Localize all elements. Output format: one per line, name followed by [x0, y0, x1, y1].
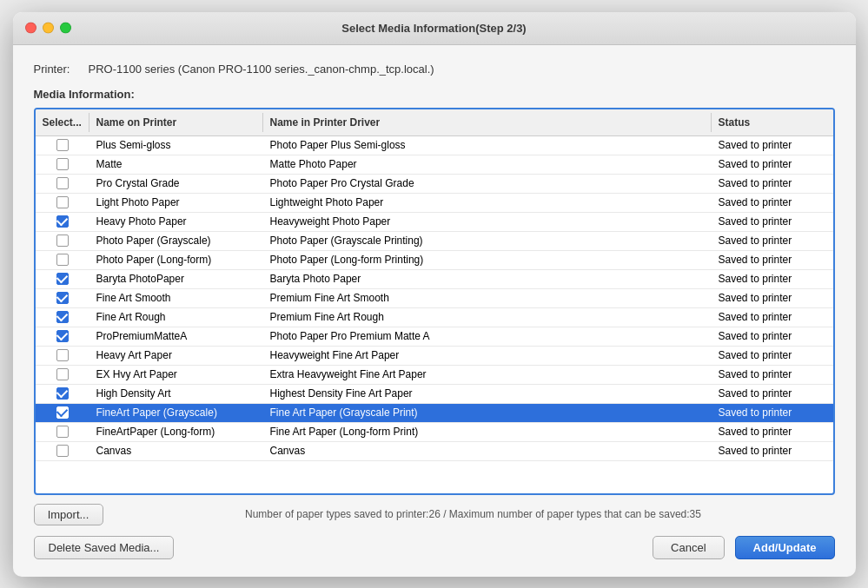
status-cell: Saved to printer	[712, 290, 833, 306]
row-checkbox[interactable]	[56, 292, 69, 304]
row-checkbox[interactable]	[56, 330, 69, 342]
name-in-driver-cell: Heavyweight Photo Paper	[263, 214, 712, 229]
button-group: Cancel Add/Update	[653, 536, 834, 559]
name-on-printer-cell: ProPremiumMatteA	[89, 328, 263, 344]
add-update-button[interactable]: Add/Update	[735, 536, 835, 559]
row-checkbox[interactable]	[56, 139, 69, 151]
cancel-button[interactable]: Cancel	[653, 536, 724, 559]
checkbox-cell	[36, 271, 89, 287]
checkbox-cell	[36, 214, 89, 229]
name-on-printer-cell: Light Photo Paper	[89, 195, 263, 210]
checkbox-cell	[36, 175, 89, 191]
name-on-printer-cell: Photo Paper (Grayscale)	[89, 233, 263, 248]
table-row[interactable]: Heavy Photo PaperHeavyweight Photo Paper…	[36, 213, 833, 232]
status-cell: Saved to printer	[712, 271, 833, 287]
status-cell: Saved to printer	[712, 405, 833, 420]
maximize-button[interactable]	[60, 23, 71, 34]
table-row[interactable]: Baryta PhotoPaperBaryta Photo PaperSaved…	[36, 270, 833, 289]
name-on-printer-cell: EX Hvy Art Paper	[89, 367, 263, 382]
row-checkbox[interactable]	[56, 196, 69, 208]
name-on-printer-cell: Plus Semi-gloss	[89, 137, 263, 153]
name-in-driver-cell: Extra Heavyweight Fine Art Paper	[263, 367, 712, 382]
status-cell: Saved to printer	[712, 386, 833, 401]
row-checkbox[interactable]	[56, 368, 69, 380]
table-row[interactable]: Heavy Art PaperHeavyweight Fine Art Pape…	[36, 347, 833, 366]
checkbox-cell	[36, 137, 89, 153]
row-checkbox[interactable]	[56, 445, 69, 457]
table-row[interactable]: Photo Paper (Long-form)Photo Paper (Long…	[36, 251, 833, 270]
row-checkbox[interactable]	[56, 426, 69, 438]
table-row[interactable]: High Density ArtHighest Density Fine Art…	[36, 385, 833, 404]
name-on-printer-cell: Heavy Photo Paper	[89, 214, 263, 229]
status-cell: Saved to printer	[712, 328, 833, 344]
name-on-printer-cell: High Density Art	[89, 386, 263, 401]
name-in-driver-cell: Canvas	[263, 443, 712, 459]
row-checkbox[interactable]	[56, 254, 69, 266]
row-checkbox[interactable]	[56, 349, 69, 361]
table-row[interactable]: Photo Paper (Grayscale)Photo Paper (Gray…	[36, 232, 833, 251]
name-on-printer-cell: Matte	[89, 156, 263, 172]
name-on-printer-cell: Photo Paper (Long-form)	[89, 252, 263, 268]
table-row[interactable]: Plus Semi-glossPhoto Paper Plus Semi-glo…	[36, 136, 833, 155]
name-in-driver-cell: Baryta Photo Paper	[263, 271, 712, 287]
row-checkbox[interactable]	[56, 235, 69, 247]
checkbox-cell	[36, 252, 89, 268]
row-checkbox[interactable]	[56, 387, 69, 400]
close-button[interactable]	[25, 23, 36, 34]
table-row[interactable]: Fine Art SmoothPremium Fine Art SmoothSa…	[36, 289, 833, 308]
name-on-printer-cell: Pro Crystal Grade	[89, 175, 263, 191]
table-row[interactable]: Pro Crystal GradePhoto Paper Pro Crystal…	[36, 175, 833, 194]
table-row[interactable]: FineArt Paper (Grayscale)Fine Art Paper …	[36, 404, 833, 423]
name-on-printer-cell: FineArt Paper (Grayscale)	[89, 405, 263, 420]
table-row[interactable]: Fine Art RoughPremium Fine Art RoughSave…	[36, 308, 833, 327]
status-cell: Saved to printer	[712, 137, 833, 153]
header-select: Select...	[36, 113, 89, 132]
checkbox-cell	[36, 328, 89, 344]
name-in-driver-cell: Photo Paper (Long-form Printing)	[263, 252, 712, 268]
row-checkbox[interactable]	[56, 406, 69, 419]
name-on-printer-cell: Canvas	[89, 443, 263, 459]
table-row[interactable]: EX Hvy Art PaperExtra Heavyweight Fine A…	[36, 366, 833, 385]
window-title: Select Media Information(Step 2/3)	[341, 22, 526, 35]
checkbox-cell	[36, 156, 89, 172]
header-status: Status	[712, 113, 833, 132]
table-row[interactable]: MatteMatte Photo PaperSaved to printer	[36, 155, 833, 175]
delete-saved-media-button[interactable]: Delete Saved Media...	[34, 536, 175, 559]
import-button[interactable]: Import...	[34, 504, 103, 525]
status-cell: Saved to printer	[712, 424, 833, 439]
title-bar: Select Media Information(Step 2/3)	[13, 12, 856, 45]
table-row[interactable]: FineArtPaper (Long-form)Fine Art Paper (…	[36, 423, 833, 442]
table-row[interactable]: CanvasCanvasSaved to printer	[36, 442, 833, 461]
checkbox-cell	[36, 290, 89, 306]
row-checkbox[interactable]	[56, 177, 69, 189]
table-row[interactable]: ProPremiumMatteAPhoto Paper Pro Premium …	[36, 327, 833, 347]
header-name-on-printer: Name on Printer	[89, 113, 263, 132]
name-in-driver-cell: Heavyweight Fine Art Paper	[263, 347, 712, 363]
main-window: Select Media Information(Step 2/3) Print…	[13, 12, 856, 577]
traffic-lights	[25, 23, 71, 34]
row-checkbox[interactable]	[56, 311, 69, 323]
checkbox-cell	[36, 405, 89, 420]
table-row[interactable]: Light Photo PaperLightweight Photo Paper…	[36, 194, 833, 213]
status-cell: Saved to printer	[712, 309, 833, 325]
row-checkbox[interactable]	[56, 273, 69, 285]
checkbox-cell	[36, 347, 89, 363]
row-checkbox[interactable]	[56, 215, 69, 228]
save-status-text: Number of paper types saved to printer:2…	[112, 508, 835, 520]
name-on-printer-cell: Fine Art Smooth	[89, 290, 263, 306]
name-in-driver-cell: Premium Fine Art Rough	[263, 309, 712, 325]
status-cell: Saved to printer	[712, 443, 833, 459]
media-table: Select... Name on Printer Name in Printe…	[34, 108, 835, 495]
name-in-driver-cell: Fine Art Paper (Long-form Print)	[263, 424, 712, 439]
row-checkbox[interactable]	[56, 158, 69, 170]
checkbox-cell	[36, 367, 89, 382]
checkbox-cell	[36, 233, 89, 248]
status-cell: Saved to printer	[712, 214, 833, 229]
status-cell: Saved to printer	[712, 347, 833, 363]
minimize-button[interactable]	[43, 23, 54, 34]
status-cell: Saved to printer	[712, 156, 833, 172]
printer-label: Printer:	[34, 63, 82, 76]
name-on-printer-cell: Heavy Art Paper	[89, 347, 263, 363]
name-in-driver-cell: Photo Paper Pro Crystal Grade	[263, 175, 712, 191]
name-in-driver-cell: Premium Fine Art Smooth	[263, 290, 712, 306]
